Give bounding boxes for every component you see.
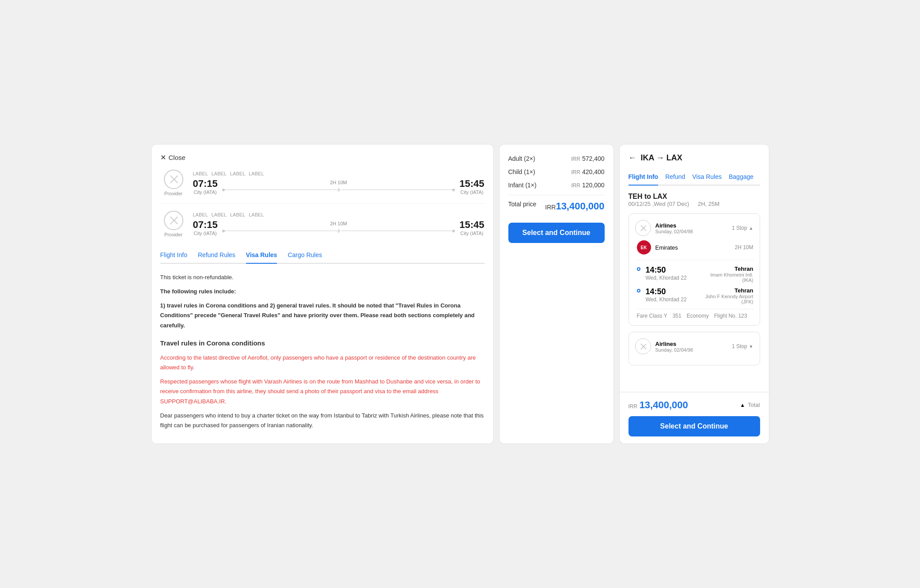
- right-tab-visa-rules[interactable]: Visa Rules: [692, 170, 722, 186]
- right-panel: ← IKA → LAX Flight Info Refund Visa Rule…: [619, 144, 769, 444]
- flight-line-2: 2H 10M ✈: [222, 221, 455, 235]
- flight-no-label: Flight No. 123: [714, 313, 747, 319]
- right-total-currency: IRR: [628, 403, 638, 410]
- visa-text-3: Dear passengers who intend to buy a char…: [160, 411, 485, 430]
- right-total-right: ▲ Total: [740, 402, 760, 408]
- stop-left-2: 14:50 Wed, Khordad 22: [646, 287, 700, 303]
- provider-label-1: Provider: [164, 191, 182, 196]
- flight-row-1: Provider LABEL LABEL LABEL LABEL 07:15 C…: [160, 170, 485, 204]
- stop-info-grid: Fare Class Y 351 Economy Flight No. 123: [637, 309, 753, 319]
- child-currency: IRR: [571, 169, 580, 175]
- right-tabs: Flight Info Refund Visa Rules Baggage: [628, 170, 760, 186]
- right-tab-baggage[interactable]: Baggage: [729, 170, 753, 186]
- airline-name-1: Airlines: [655, 222, 693, 229]
- route-text: IKA → LAX: [641, 153, 682, 163]
- child-amount: 420,400: [582, 168, 605, 175]
- airline-header-2: Airlines Sunday, 02/04/98 1 Stop: [635, 338, 753, 354]
- flight-date-value: 00/12/25 ,Wed (07 Dec): [628, 201, 689, 207]
- airline-card-2: Airlines Sunday, 02/04/98 1 Stop: [628, 332, 760, 365]
- economy-label: Economy: [687, 313, 709, 319]
- duration-2: 2H 10M: [330, 221, 347, 226]
- visa-red-2: Respected passengers whose flight with V…: [160, 377, 485, 406]
- airline-date-1: Sunday, 02/04/98: [655, 229, 693, 234]
- tab-cargo-rules[interactable]: Cargo Rules: [288, 251, 322, 264]
- flight-times-1: 07:15 City (IATA) 2H 10M ✈: [193, 178, 485, 195]
- stop-airport-1: Imam Khomeini Intl. (IKA): [710, 272, 753, 283]
- right-total-left: IRR 13,400,000: [628, 399, 688, 411]
- route-nav: ← IKA → LAX: [628, 153, 760, 163]
- right-tab-refund[interactable]: Refund: [665, 170, 685, 186]
- fare-class-value: Y: [664, 313, 667, 319]
- emirates-name: Emirates: [655, 244, 678, 251]
- adult-price-row: Adult (2×) IRR572,400: [508, 155, 605, 162]
- tab-refund-rules[interactable]: Refund Rules: [198, 251, 235, 264]
- airline-info-2: Airlines Sunday, 02/04/98: [635, 338, 693, 354]
- stop-right-2: Tehran John F Kenndy Airport (JFK): [705, 287, 753, 304]
- tab-visa-rules[interactable]: Visa Rules: [246, 251, 277, 264]
- infant-currency: IRR: [571, 182, 580, 189]
- stop-point-1: 14:50 Wed, Khordad 22 Tehran Imam Khomei…: [637, 266, 753, 283]
- stop-dot-1: [637, 267, 640, 271]
- child-price-row: Child (1×) IRR420,400: [508, 168, 605, 175]
- line-2: [225, 231, 336, 231]
- stop-airport-2: John F Kenndy Airport (JFK): [705, 294, 753, 304]
- right-route-title: TEH to LAX: [628, 193, 760, 201]
- airline-text-1: Airlines Sunday, 02/04/98: [655, 222, 693, 234]
- airline-logo-2: [635, 338, 651, 354]
- select-continue-button[interactable]: Select and Continue: [508, 223, 605, 243]
- airline-header-1: Airlines Sunday, 02/04/98 1 Stop: [635, 220, 753, 236]
- total-currency: IRR: [545, 204, 556, 211]
- provider-label-2: Provider: [164, 232, 182, 237]
- total-label-right: Total: [748, 402, 760, 408]
- dot-end-2: [452, 230, 455, 232]
- flight-labels-1: LABEL LABEL LABEL LABEL: [193, 171, 485, 176]
- arrive-block-1: 15:45 City (IATA): [459, 178, 484, 195]
- stop-date-2: Wed, Khordad 22: [646, 296, 700, 303]
- depart-time-2: 07:15: [193, 219, 218, 231]
- chevron-up-icon-total: ▲: [740, 402, 745, 408]
- right-tab-flight-info[interactable]: Flight Info: [628, 170, 659, 186]
- provider-2: Provider: [160, 211, 187, 237]
- flight-duration: 2H, 25M: [698, 201, 719, 207]
- back-arrow-icon[interactable]: ←: [628, 153, 636, 163]
- tab-flight-info[interactable]: Flight Info: [160, 251, 187, 264]
- flight-times-2: 07:15 City (IATA) 2H 10M ✈: [193, 219, 485, 236]
- stop-city-2: Tehran: [705, 287, 753, 294]
- emirates-duration: 2H 10M: [734, 244, 753, 250]
- depart-city-1: City (IATA): [193, 190, 218, 195]
- provider-1: Provider: [160, 170, 187, 196]
- select-continue-right-button[interactable]: Select and Continue: [628, 416, 760, 436]
- provider-logo-2: [164, 211, 183, 230]
- infant-price: IRR120,000: [571, 182, 604, 189]
- adult-currency: IRR: [571, 156, 580, 162]
- close-button[interactable]: ✕ Close: [160, 153, 485, 162]
- flight-no-num: 351: [673, 313, 681, 319]
- duration-1: 2H 10M: [330, 180, 347, 185]
- stop-dot-col-1: [637, 266, 640, 271]
- right-content: TEH to LAX 00/12/25 ,Wed (07 Dec) 2H, 25…: [620, 186, 769, 392]
- stop-date-1: Wed, Khordad 22: [646, 275, 705, 281]
- stop-badge-1[interactable]: 1 Stop: [732, 225, 753, 231]
- line-1b: [341, 190, 453, 190]
- depart-block-2: 07:15 City (IATA): [193, 219, 218, 236]
- visa-section-title: Travel rules in Corona conditions: [160, 338, 485, 349]
- depart-city-2: City (IATA): [193, 231, 218, 236]
- route-line-2: ✈: [222, 228, 455, 235]
- stop-left-1: 14:50 Wed, Khordad 22: [646, 266, 705, 281]
- flight-labels-2: LABEL LABEL LABEL LABEL: [193, 212, 485, 217]
- stop-text-1: 1 Stop: [732, 225, 747, 231]
- airline-card-1: Airlines Sunday, 02/04/98 1 Stop EK Emir…: [628, 213, 760, 326]
- infant-price-row: Infant (1×) IRR120,000: [508, 182, 605, 189]
- adult-amount: 572,400: [582, 155, 605, 162]
- stop-badge-2[interactable]: 1 Stop: [732, 343, 753, 349]
- depart-block-1: 07:15 City (IATA): [193, 178, 218, 195]
- right-footer: IRR 13,400,000 ▲ Total Select and Contin…: [620, 392, 769, 444]
- middle-panel: Adult (2×) IRR572,400 Child (1×) IRR420,…: [499, 144, 614, 444]
- visa-text-1: This ticket is non-refundable.: [160, 273, 485, 282]
- stop-details-1: EK Emirates 2H 10M 14:50 Wed, Khordad 22: [635, 240, 753, 319]
- visa-bold-1: The following rules include:: [160, 287, 485, 296]
- dot-end-1: [452, 189, 455, 191]
- arrive-time-2: 15:45: [459, 219, 484, 231]
- close-icon: ✕: [160, 153, 166, 162]
- flight-date: 00/12/25 ,Wed (07 Dec) 2H, 25M: [628, 201, 760, 207]
